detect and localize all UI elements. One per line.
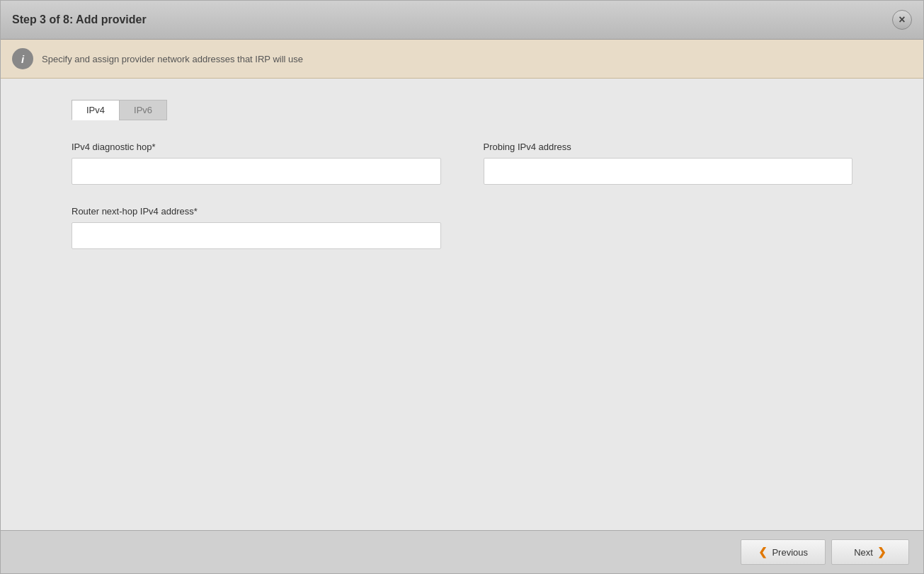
info-banner: i Specify and assign provider network ad… (1, 40, 923, 79)
next-label: Next (854, 547, 873, 558)
previous-label: Previous (772, 547, 808, 558)
tab-ipv6[interactable]: IPv6 (119, 100, 167, 120)
dialog: Step 3 of 8: Add provider × i Specify an… (0, 0, 924, 574)
dialog-footer: ❮ Previous Next ❯ (1, 530, 923, 573)
info-icon: i (12, 48, 33, 69)
label-router-next-hop: Router next-hop IPv4 address* (72, 206, 441, 217)
next-arrow-icon: ❯ (877, 546, 886, 558)
info-text: Specify and assign provider network addr… (42, 54, 303, 64)
previous-arrow-icon: ❮ (758, 546, 768, 558)
tab-group: IPv4 IPv6 (72, 100, 852, 120)
next-button[interactable]: Next ❯ (831, 539, 909, 565)
field-router-next-hop: Router next-hop IPv4 address* (72, 206, 441, 249)
dialog-title: Step 3 of 8: Add provider (12, 13, 147, 26)
form: IPv4 diagnostic hop* Probing IPv4 addres… (72, 142, 852, 249)
tab-ipv4[interactable]: IPv4 (72, 100, 119, 120)
input-router-next-hop[interactable] (72, 222, 441, 249)
dialog-header: Step 3 of 8: Add provider × (1, 1, 923, 40)
label-probing-ipv4: Probing IPv4 address (484, 142, 853, 152)
field-probing-ipv4: Probing IPv4 address (484, 142, 853, 185)
close-button[interactable]: × (892, 10, 912, 30)
input-probing-ipv4[interactable] (484, 158, 853, 185)
label-ipv4-diagnostic-hop: IPv4 diagnostic hop* (72, 142, 441, 152)
previous-button[interactable]: ❮ Previous (741, 539, 826, 565)
input-ipv4-diagnostic-hop[interactable] (72, 158, 441, 185)
field-ipv4-diagnostic-hop: IPv4 diagnostic hop* (72, 142, 441, 185)
dialog-body: IPv4 IPv6 IPv4 diagnostic hop* Probing I… (1, 79, 923, 530)
